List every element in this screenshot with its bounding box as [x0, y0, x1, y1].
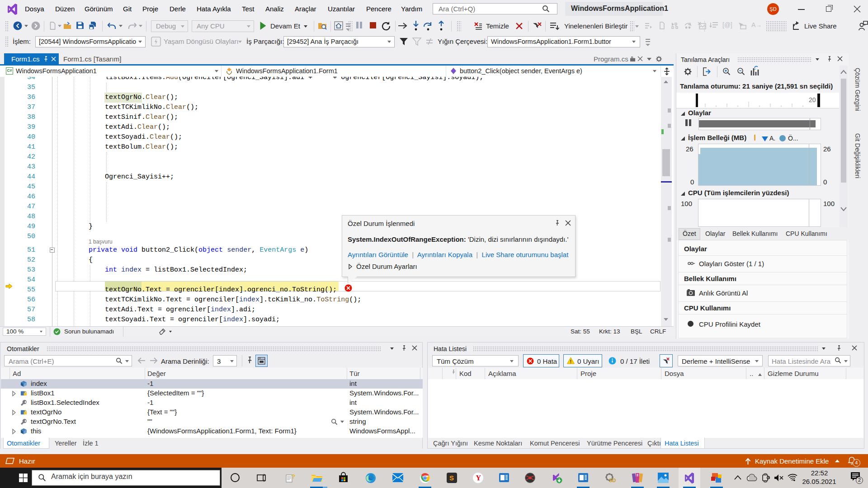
svg-text:SD: SD [609, 478, 616, 483]
svg-text:?: ? [292, 473, 295, 480]
svg-text:Y: Y [476, 474, 481, 482]
svg-text:S: S [449, 474, 454, 482]
